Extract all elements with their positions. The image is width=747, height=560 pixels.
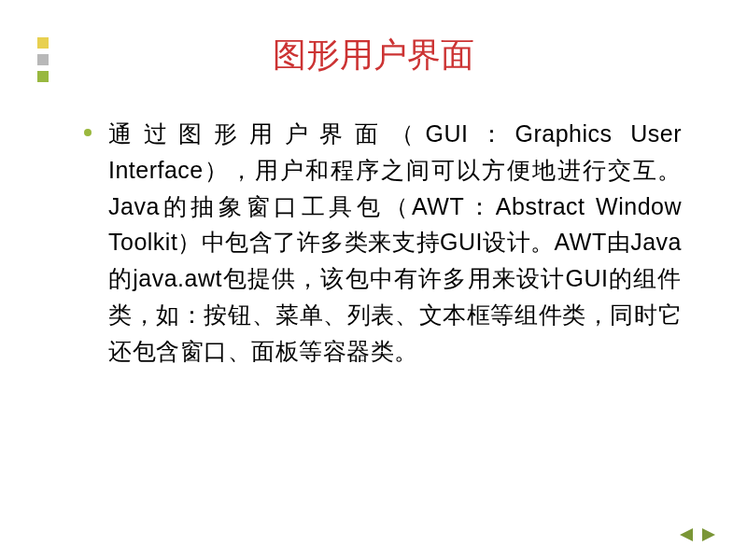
- triangle-left-icon: [676, 526, 695, 543]
- slide-content: 通过图形用户界面（GUI：Graphics User Interface），用户…: [37, 116, 710, 369]
- square-bullet-icon: [37, 37, 49, 49]
- title-row: 图形用户界面: [37, 33, 710, 78]
- svg-marker-1: [702, 528, 715, 541]
- slide-container: 图形用户界面 通过图形用户界面（GUI：Graphics User Interf…: [0, 0, 747, 560]
- square-bullet-icon: [37, 71, 49, 82]
- prev-button[interactable]: [676, 526, 695, 543]
- slide-title: 图形用户界面: [273, 33, 474, 78]
- navigation-controls: [676, 526, 719, 543]
- svg-marker-0: [680, 528, 693, 541]
- next-button[interactable]: [700, 526, 719, 543]
- square-bullet-icon: [37, 54, 49, 65]
- bullet-item: 通过图形用户界面（GUI：Graphics User Interface），用户…: [84, 116, 682, 369]
- bullet-icon: [84, 129, 92, 136]
- title-decoration: [37, 37, 49, 82]
- triangle-right-icon: [700, 526, 719, 543]
- body-text: 通过图形用户界面（GUI：Graphics User Interface），用户…: [108, 116, 682, 369]
